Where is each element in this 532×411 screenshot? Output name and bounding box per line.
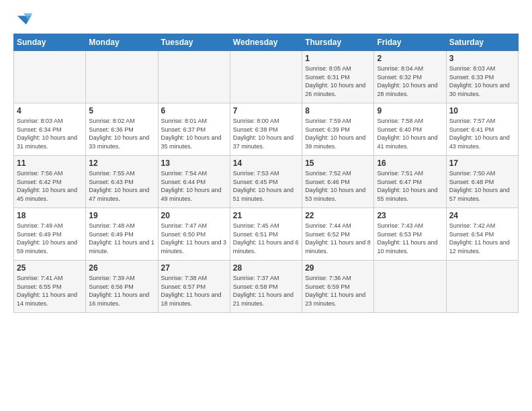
day-cell: 23Sunrise: 7:43 AMSunset: 6:53 PMDayligh… — [374, 208, 446, 261]
day-cell — [374, 261, 446, 313]
header-cell-friday: Friday — [374, 34, 446, 51]
day-cell: 18Sunrise: 7:49 AMSunset: 6:49 PMDayligh… — [14, 208, 86, 261]
day-info: Sunrise: 7:42 AMSunset: 6:54 PMDaylight:… — [449, 222, 515, 255]
day-number: 27 — [161, 263, 227, 273]
header-cell-monday: Monday — [86, 34, 158, 51]
day-cell — [230, 51, 302, 103]
day-number: 1 — [305, 54, 371, 63]
day-number: 19 — [89, 211, 154, 220]
day-cell: 2Sunrise: 8:04 AMSunset: 6:32 PMDaylight… — [374, 51, 446, 103]
day-number: 2 — [377, 54, 443, 63]
day-info: Sunrise: 7:51 AMSunset: 6:47 PMDaylight:… — [377, 169, 443, 203]
day-number: 9 — [377, 106, 443, 116]
day-cell: 27Sunrise: 7:38 AMSunset: 6:57 PMDayligh… — [158, 261, 230, 313]
day-cell: 22Sunrise: 7:44 AMSunset: 6:52 PMDayligh… — [302, 208, 374, 261]
logo-icon — [15, 11, 34, 30]
day-info: Sunrise: 7:44 AMSunset: 6:52 PMDaylight:… — [305, 222, 371, 255]
day-number: 18 — [17, 211, 83, 220]
day-number: 8 — [305, 106, 371, 116]
day-cell: 28Sunrise: 7:37 AMSunset: 6:58 PMDayligh… — [230, 261, 302, 313]
day-cell: 10Sunrise: 7:57 AMSunset: 6:41 PMDayligh… — [446, 103, 518, 156]
day-cell: 25Sunrise: 7:41 AMSunset: 6:55 PMDayligh… — [14, 261, 86, 313]
day-info: Sunrise: 8:04 AMSunset: 6:32 PMDaylight:… — [377, 64, 443, 98]
day-cell: 15Sunrise: 7:52 AMSunset: 6:46 PMDayligh… — [302, 156, 374, 208]
day-info: Sunrise: 7:57 AMSunset: 6:41 PMDaylight:… — [449, 117, 515, 150]
header-cell-wednesday: Wednesday — [230, 34, 302, 51]
day-number: 29 — [305, 263, 371, 273]
day-number: 4 — [17, 106, 83, 116]
day-number: 28 — [233, 263, 299, 273]
day-cell: 19Sunrise: 7:48 AMSunset: 6:49 PMDayligh… — [86, 208, 158, 261]
day-cell: 12Sunrise: 7:55 AMSunset: 6:43 PMDayligh… — [86, 156, 158, 208]
day-info: Sunrise: 7:47 AMSunset: 6:50 PMDaylight:… — [161, 222, 227, 255]
day-number: 15 — [305, 158, 371, 168]
day-cell: 21Sunrise: 7:45 AMSunset: 6:51 PMDayligh… — [230, 208, 302, 261]
day-info: Sunrise: 7:37 AMSunset: 6:58 PMDaylight:… — [233, 274, 299, 308]
day-number: 21 — [233, 211, 299, 220]
day-info: Sunrise: 8:03 AMSunset: 6:33 PMDaylight:… — [449, 64, 515, 98]
day-info: Sunrise: 8:02 AMSunset: 6:36 PMDaylight:… — [89, 117, 154, 150]
day-cell: 26Sunrise: 7:39 AMSunset: 6:56 PMDayligh… — [86, 261, 158, 313]
day-info: Sunrise: 8:05 AMSunset: 6:31 PMDaylight:… — [305, 64, 371, 98]
day-cell: 4Sunrise: 8:03 AMSunset: 6:34 PMDaylight… — [14, 103, 86, 156]
week-row-2: 4Sunrise: 8:03 AMSunset: 6:34 PMDaylight… — [14, 103, 519, 156]
day-info: Sunrise: 7:36 AMSunset: 6:59 PMDaylight:… — [305, 274, 371, 308]
day-number: 16 — [377, 158, 443, 168]
day-cell: 11Sunrise: 7:56 AMSunset: 6:42 PMDayligh… — [14, 156, 86, 208]
day-number: 13 — [161, 158, 227, 168]
day-cell: 3Sunrise: 8:03 AMSunset: 6:33 PMDaylight… — [446, 51, 518, 103]
header — [13, 11, 519, 27]
day-info: Sunrise: 7:38 AMSunset: 6:57 PMDaylight:… — [161, 274, 227, 308]
calendar-table: SundayMondayTuesdayWednesdayThursdayFrid… — [13, 34, 519, 313]
day-cell: 17Sunrise: 7:50 AMSunset: 6:48 PMDayligh… — [446, 156, 518, 208]
day-cell: 9Sunrise: 7:58 AMSunset: 6:40 PMDaylight… — [374, 103, 446, 156]
day-cell: 20Sunrise: 7:47 AMSunset: 6:50 PMDayligh… — [158, 208, 230, 261]
day-info: Sunrise: 7:45 AMSunset: 6:51 PMDaylight:… — [233, 222, 299, 255]
day-number: 14 — [233, 158, 299, 168]
header-cell-sunday: Sunday — [14, 34, 86, 51]
page-container: SundayMondayTuesdayWednesdayThursdayFrid… — [0, 0, 532, 320]
day-cell: 7Sunrise: 8:00 AMSunset: 6:38 PMDaylight… — [230, 103, 302, 156]
day-info: Sunrise: 7:52 AMSunset: 6:46 PMDaylight:… — [305, 169, 371, 203]
header-cell-saturday: Saturday — [446, 34, 518, 51]
day-cell — [158, 51, 230, 103]
logo — [13, 11, 34, 27]
day-info: Sunrise: 7:49 AMSunset: 6:49 PMDaylight:… — [17, 222, 83, 255]
day-cell: 13Sunrise: 7:54 AMSunset: 6:44 PMDayligh… — [158, 156, 230, 208]
day-number: 7 — [233, 106, 299, 116]
day-cell — [446, 261, 518, 313]
day-info: Sunrise: 7:50 AMSunset: 6:48 PMDaylight:… — [449, 169, 515, 203]
day-info: Sunrise: 7:58 AMSunset: 6:40 PMDaylight:… — [377, 117, 443, 150]
day-cell: 24Sunrise: 7:42 AMSunset: 6:54 PMDayligh… — [446, 208, 518, 261]
day-info: Sunrise: 8:03 AMSunset: 6:34 PMDaylight:… — [17, 117, 83, 150]
day-number: 20 — [161, 211, 227, 220]
week-row-4: 18Sunrise: 7:49 AMSunset: 6:49 PMDayligh… — [14, 208, 519, 261]
day-number: 5 — [89, 106, 154, 116]
header-cell-tuesday: Tuesday — [158, 34, 230, 51]
day-number: 3 — [449, 54, 515, 63]
day-cell: 6Sunrise: 8:01 AMSunset: 6:37 PMDaylight… — [158, 103, 230, 156]
day-number: 24 — [449, 211, 515, 220]
day-number: 23 — [377, 211, 443, 220]
day-info: Sunrise: 7:59 AMSunset: 6:39 PMDaylight:… — [305, 117, 371, 150]
day-cell: 1Sunrise: 8:05 AMSunset: 6:31 PMDaylight… — [302, 51, 374, 103]
day-number: 12 — [89, 158, 154, 168]
week-row-1: 1Sunrise: 8:05 AMSunset: 6:31 PMDaylight… — [14, 51, 519, 103]
day-info: Sunrise: 7:53 AMSunset: 6:45 PMDaylight:… — [233, 169, 299, 203]
day-info: Sunrise: 7:41 AMSunset: 6:55 PMDaylight:… — [17, 274, 83, 308]
day-info: Sunrise: 7:43 AMSunset: 6:53 PMDaylight:… — [377, 222, 443, 255]
day-cell: 14Sunrise: 7:53 AMSunset: 6:45 PMDayligh… — [230, 156, 302, 208]
day-number: 22 — [305, 211, 371, 220]
day-info: Sunrise: 8:00 AMSunset: 6:38 PMDaylight:… — [233, 117, 299, 150]
day-info: Sunrise: 7:48 AMSunset: 6:49 PMDaylight:… — [89, 222, 154, 255]
day-info: Sunrise: 7:55 AMSunset: 6:43 PMDaylight:… — [89, 169, 154, 203]
week-row-5: 25Sunrise: 7:41 AMSunset: 6:55 PMDayligh… — [14, 261, 519, 313]
day-number: 25 — [17, 263, 83, 273]
week-row-3: 11Sunrise: 7:56 AMSunset: 6:42 PMDayligh… — [14, 156, 519, 208]
day-info: Sunrise: 7:54 AMSunset: 6:44 PMDaylight:… — [161, 169, 227, 203]
header-cell-thursday: Thursday — [302, 34, 374, 51]
day-cell: 16Sunrise: 7:51 AMSunset: 6:47 PMDayligh… — [374, 156, 446, 208]
day-cell: 8Sunrise: 7:59 AMSunset: 6:39 PMDaylight… — [302, 103, 374, 156]
day-number: 17 — [449, 158, 515, 168]
day-number: 6 — [161, 106, 227, 116]
